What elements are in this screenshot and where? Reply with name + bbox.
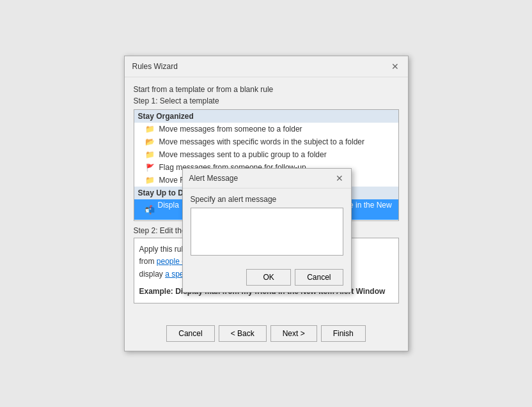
dialog-cancel-button[interactable]: Cancel	[295, 269, 343, 286]
dialog-buttons: OK Cancel	[183, 264, 351, 292]
dialog-body: Specify an alert message	[183, 188, 351, 264]
dialog-titlebar: Alert Message ✕	[183, 169, 351, 188]
alert-message-dialog: Alert Message ✕ Specify an alert message…	[182, 168, 352, 293]
dialog-close-button[interactable]: ✕	[334, 173, 345, 183]
dialog-ok-button[interactable]: OK	[246, 269, 291, 286]
dialog-title: Alert Message	[189, 174, 239, 183]
dialog-overlay: Alert Message ✕ Specify an alert message…	[125, 56, 408, 351]
alert-message-textarea[interactable]	[191, 208, 343, 256]
rules-wizard-window: Rules Wizard ✕ Start from a template or …	[124, 56, 409, 351]
dialog-label: Specify an alert message	[191, 195, 343, 204]
